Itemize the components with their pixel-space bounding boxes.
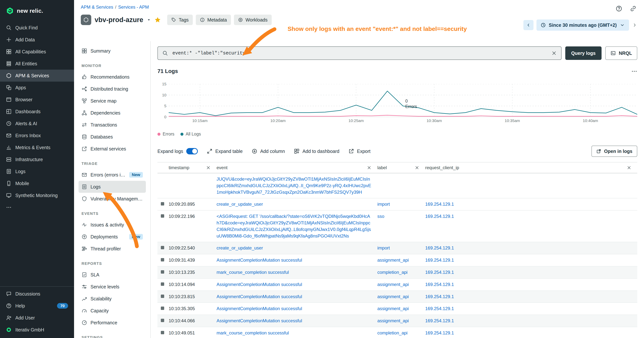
table-row[interactable]: 10:10:13.235mark_course_completion succe… [158, 266, 637, 279]
label-link[interactable]: completion_api [377, 270, 408, 275]
sidebar-item-synthetic-monitoring[interactable]: Synthetic Monitoring [0, 189, 74, 201]
help-circle-icon[interactable] [616, 5, 622, 12]
row-expand-handle[interactable] [161, 306, 164, 310]
label-link[interactable]: assignment_api [377, 282, 409, 287]
row-expand-handle[interactable] [161, 246, 164, 249]
row-expand-handle[interactable] [161, 214, 164, 218]
table-row[interactable]: 10:09:31.439AssignmentCompletionMutation… [158, 254, 637, 266]
table-row[interactable]: 10:09:22.196<ASGIRequest: GET '/sso/call… [158, 211, 637, 242]
entity-nav-item-service-map[interactable]: Service map [78, 95, 146, 107]
entity-nav-item-distributed-tracing[interactable]: Distributed tracing [78, 83, 146, 95]
entity-nav-item-vulnerability-management[interactable]: Vulnerability Management [78, 193, 146, 205]
event-link[interactable]: mark_course_completion successful [216, 330, 289, 335]
entity-nav-item-performance[interactable]: Performance [78, 317, 146, 329]
breadcrumb-link-services[interactable]: Services - APM [118, 5, 149, 10]
permalink-icon[interactable] [630, 5, 636, 12]
sidebar-item-logs[interactable]: Logs [0, 165, 74, 177]
ip-link[interactable]: 169.254.129.1 [425, 330, 454, 335]
table-row[interactable]: 10:10:49.051mark_course_completion succe… [158, 327, 637, 338]
event-link[interactable]: AssignmentCompletionMutation successful [216, 306, 302, 311]
event-link[interactable]: AssignmentCompletionMutation successful [216, 318, 302, 323]
table-row[interactable]: 10:09:20.895create_or_update_userimport1… [158, 198, 637, 211]
row-expand-handle[interactable] [161, 282, 164, 286]
label-link[interactable]: import [377, 202, 390, 207]
export-button[interactable]: Export [348, 148, 370, 154]
event-link[interactable]: AssignmentCompletionMutation successful [216, 257, 302, 263]
new-relic-logo[interactable]: new relic. [0, 0, 74, 22]
entity-nav-item-scalability[interactable]: Scalability [78, 293, 146, 305]
add-column-button[interactable]: Add column [252, 148, 285, 154]
sidebar-item-apps[interactable]: Apps [0, 82, 74, 94]
ip-link[interactable]: 169.254.129.1 [425, 202, 454, 207]
expand-table-button[interactable]: Expand table [207, 148, 243, 154]
sidebar-item-quick-find[interactable]: Quick Find [0, 22, 74, 34]
entity-nav-item-sla[interactable]: SLA [78, 269, 146, 281]
row-expand-handle[interactable] [161, 270, 164, 274]
remove-column-icon[interactable] [627, 165, 631, 170]
sidebar-item-mobile[interactable]: Mobile [0, 177, 74, 189]
label-link[interactable]: assignment_api [377, 257, 409, 263]
sidebar-item-infrastructure[interactable]: Infrastructure [0, 153, 74, 165]
time-forward-icon[interactable] [632, 23, 637, 28]
favorite-star-icon[interactable] [154, 17, 161, 23]
expand-logs-toggle[interactable] [186, 148, 198, 154]
event-link[interactable]: AssignmentCompletionMutation successful [216, 294, 302, 299]
table-row[interactable]: 10:10:35.305AssignmentCompletionMutation… [158, 303, 637, 315]
entity-nav-item-dependencies[interactable]: Dependencies [78, 107, 146, 119]
sidebar-item-all-entities[interactable]: All Entities [0, 58, 74, 70]
query-input-box[interactable] [158, 47, 562, 60]
event-link[interactable]: mark_course_completion successful [216, 270, 289, 275]
sidebar-item-browser[interactable]: Browser [0, 94, 74, 106]
row-expand-handle[interactable] [161, 319, 164, 322]
sidebar-footer-item-add-user[interactable]: Add User [0, 312, 74, 324]
entity-nav-item-errors-errors-inb[interactable]: Errors (errors inb...New [78, 169, 146, 181]
row-expand-handle[interactable] [161, 202, 164, 205]
workloads-button[interactable]: Workloads [234, 15, 272, 25]
breadcrumb-link-apm[interactable]: APM & Services [81, 5, 113, 10]
ip-link[interactable]: 169.254.129.1 [425, 294, 454, 299]
table-row[interactable]: 10:10:44.066AssignmentCompletionMutation… [158, 315, 637, 327]
entity-nav-item-issues-activity[interactable]: Issues & activity [78, 219, 146, 231]
entity-nav-item-external-services[interactable]: External services [78, 143, 146, 155]
sidebar-item-dashboards[interactable]: Dashboards [0, 106, 74, 118]
table-row[interactable]: 10:10:14.094AssignmentCompletionMutation… [158, 279, 637, 291]
entity-nav-item-capacity[interactable]: Capacity [78, 305, 146, 317]
sidebar-item-more[interactable] [0, 201, 74, 213]
row-expand-handle[interactable] [161, 258, 164, 261]
table-row[interactable]: 10:09:22.540create_or_update_userimport1… [158, 242, 637, 254]
event-link[interactable]: AssignmentCompletionMutation successful [216, 282, 302, 287]
sidebar-item-all-capabilities[interactable]: All Capabilities [0, 46, 74, 58]
clear-query-icon[interactable] [552, 51, 557, 56]
remove-column-icon[interactable] [206, 165, 210, 170]
event-link[interactable]: JUQVU&code=eyJraWQiOiJjcGltY29yZV8wOTl1M… [216, 176, 371, 195]
row-expand-handle[interactable] [161, 294, 164, 298]
sidebar-item-errors-inbox[interactable]: Errors Inbox [0, 130, 74, 142]
remove-column-icon[interactable] [367, 165, 371, 170]
open-in-logs-button[interactable]: Open in logs [592, 146, 637, 157]
query-logs-button[interactable]: Query logs [565, 47, 602, 60]
tags-button[interactable]: Tags [167, 15, 193, 25]
ip-link[interactable]: 169.254.129.1 [425, 318, 454, 323]
chart-menu-icon[interactable] [631, 68, 637, 74]
nrql-button[interactable]: NRQL [605, 47, 637, 60]
legend-item-errors[interactable]: Errors [158, 132, 174, 137]
sidebar-item-apm-services[interactable]: APM & Services [0, 70, 74, 82]
sidebar-item-metrics-events[interactable]: Metrics & Events [0, 142, 74, 153]
time-back-button[interactable] [524, 20, 534, 30]
add-to-dashboard-button[interactable]: Add to dashboard [294, 148, 340, 154]
entity-nav-item-service-levels[interactable]: Service levels [78, 281, 146, 293]
query-input[interactable] [172, 50, 548, 56]
label-link[interactable]: sso [377, 214, 384, 219]
sidebar-footer-item-discussions[interactable]: Discussions [0, 288, 74, 300]
ip-link[interactable]: 169.254.129.1 [425, 214, 454, 219]
entity-nav-item-summary[interactable]: Summary [78, 45, 146, 57]
label-link[interactable]: assignment_api [377, 318, 409, 323]
entity-nav-item-recommendations[interactable]: Recommendations [78, 71, 146, 83]
label-link[interactable]: import [377, 245, 390, 250]
event-link[interactable]: <ASGIRequest: GET '/sso/callback/?state=… [216, 214, 371, 238]
ip-link[interactable]: 169.254.129.1 [425, 245, 454, 250]
legend-item-all-logs[interactable]: All Logs [180, 132, 201, 137]
entity-nav-item-databases[interactable]: Databases [78, 131, 146, 143]
table-row[interactable]: 10:10:23.815AssignmentCompletionMutation… [158, 291, 637, 303]
entity-dropdown-caret-icon[interactable] [146, 18, 151, 22]
